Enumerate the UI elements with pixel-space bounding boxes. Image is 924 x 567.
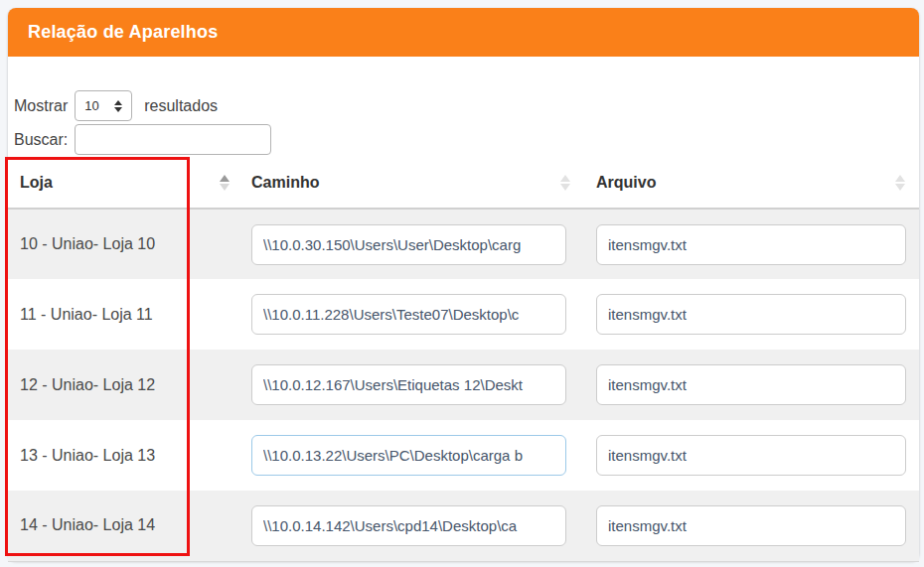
- arquivo-cell: [584, 350, 919, 420]
- sort-asc-icon: [220, 175, 230, 191]
- arquivo-input[interactable]: [596, 364, 906, 405]
- panel-body: Mostrar 10 resultados Buscar:: [8, 57, 919, 562]
- page-title: Relação de Aparelhos: [28, 22, 218, 43]
- loja-cell: 13 - Uniao- Loja 13: [8, 420, 243, 491]
- caminho-input[interactable]: [251, 294, 566, 335]
- select-spinner-icon: [114, 100, 122, 112]
- caminho-input[interactable]: [251, 435, 566, 476]
- caminho-input[interactable]: [251, 364, 566, 405]
- arquivo-input[interactable]: [596, 294, 906, 335]
- datatable-controls: Mostrar 10 resultados Buscar:: [8, 57, 919, 155]
- loja-cell: 11 - Uniao- Loja 11: [8, 279, 243, 350]
- arquivo-cell: [584, 209, 919, 279]
- caminho-cell: [243, 279, 584, 350]
- arquivo-input[interactable]: [596, 224, 906, 265]
- column-header-loja[interactable]: Loja: [8, 157, 243, 209]
- loja-cell-text: 12 - Uniao- Loja 12: [20, 376, 155, 393]
- show-label: Mostrar: [14, 97, 68, 115]
- caminho-input[interactable]: [251, 505, 566, 546]
- search-label: Buscar:: [14, 131, 68, 149]
- results-label: resultados: [144, 97, 218, 115]
- table-row: 13 - Uniao- Loja 13: [8, 420, 919, 491]
- devices-table: Loja Caminho Arquivo: [8, 157, 919, 562]
- panel-header: Relação de Aparelhos: [8, 8, 919, 57]
- caminho-cell: [243, 209, 584, 279]
- page-length-select[interactable]: 10: [75, 90, 132, 121]
- arquivo-cell: [584, 420, 919, 491]
- page-background: Relação de Aparelhos Mostrar 10 resultad…: [0, 0, 924, 567]
- loja-cell-text: 10 - Uniao- Loja 10: [20, 235, 155, 252]
- column-header-caminho[interactable]: Caminho: [243, 157, 584, 209]
- page-length-control: Mostrar 10 resultados: [14, 90, 919, 121]
- sort-both-icon: [560, 175, 570, 191]
- table-header-row: Loja Caminho Arquivo: [8, 157, 919, 209]
- table-body: 10 - Uniao- Loja 10 11 - Uniao- Loja 11 …: [8, 209, 919, 561]
- search-input[interactable]: [75, 124, 271, 155]
- loja-cell: 14 - Uniao- Loja 14: [8, 491, 243, 561]
- table-row: 10 - Uniao- Loja 10: [8, 209, 919, 279]
- loja-cell-text: 13 - Uniao- Loja 13: [20, 447, 155, 464]
- loja-cell-text: 14 - Uniao- Loja 14: [20, 516, 155, 533]
- page-length-value: 10: [84, 98, 98, 113]
- loja-cell: 12 - Uniao- Loja 12: [8, 350, 243, 420]
- caminho-input[interactable]: [251, 224, 566, 265]
- panel-relacao-aparelhos: Relação de Aparelhos Mostrar 10 resultad…: [8, 8, 919, 561]
- loja-cell-text: 11 - Uniao- Loja 11: [20, 306, 153, 323]
- arquivo-input[interactable]: [596, 435, 906, 476]
- caminho-cell: [243, 350, 584, 420]
- column-header-arquivo[interactable]: Arquivo: [584, 157, 919, 209]
- search-control: Buscar:: [14, 124, 919, 155]
- table-row: 11 - Uniao- Loja 11: [8, 279, 919, 350]
- caminho-cell: [243, 491, 584, 561]
- loja-cell: 10 - Uniao- Loja 10: [8, 209, 243, 279]
- table-row: 14 - Uniao- Loja 14: [8, 491, 919, 561]
- table-row: 12 - Uniao- Loja 12: [8, 350, 919, 420]
- sort-both-icon: [895, 175, 905, 191]
- arquivo-cell: [584, 491, 919, 561]
- caminho-cell: [243, 420, 584, 491]
- arquivo-cell: [584, 279, 919, 350]
- arquivo-input[interactable]: [596, 505, 906, 546]
